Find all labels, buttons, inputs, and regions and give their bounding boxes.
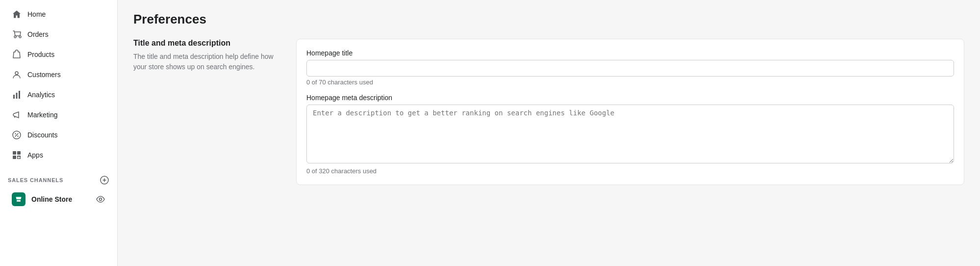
orders-icon: [12, 29, 22, 39]
customers-icon: [12, 70, 22, 80]
sales-channels-label: SALES CHANNELS: [8, 177, 63, 183]
sidebar: Home Orders Products: [0, 0, 118, 266]
sidebar-item-products-label: Products: [27, 51, 54, 58]
section-description: Title and meta description The title and…: [133, 39, 280, 185]
homepage-title-label: Homepage title: [306, 49, 954, 57]
svg-point-11: [100, 198, 102, 201]
sidebar-nav: Home Orders Products: [0, 0, 117, 169]
svg-point-0: [15, 72, 18, 75]
sidebar-item-marketing[interactable]: Marketing: [4, 105, 113, 125]
online-store-visibility-icon[interactable]: [96, 194, 105, 204]
sidebar-item-apps-label: Apps: [27, 151, 43, 159]
apps-icon: [12, 150, 22, 160]
discounts-icon: [12, 130, 22, 140]
sidebar-item-customers[interactable]: Customers: [4, 65, 113, 84]
homepage-meta-field: Homepage meta description 0 of 320 chara…: [306, 94, 954, 175]
online-store-label: Online Store: [31, 195, 72, 203]
home-icon: [12, 9, 22, 19]
sidebar-item-analytics[interactable]: Analytics: [4, 85, 113, 105]
sidebar-item-discounts[interactable]: Discounts: [4, 125, 113, 145]
analytics-icon: [12, 90, 22, 100]
sidebar-item-home-label: Home: [27, 10, 46, 18]
homepage-title-input[interactable]: [306, 60, 954, 77]
products-icon: [12, 50, 22, 59]
sidebar-item-home[interactable]: Home: [4, 4, 113, 24]
main-content: Preferences Title and meta description T…: [118, 0, 980, 266]
sidebar-item-online-store[interactable]: Online Store: [4, 187, 113, 211]
content-row: Title and meta description The title and…: [133, 39, 964, 185]
online-store-right: Online Store: [31, 194, 105, 204]
marketing-icon: [12, 110, 22, 120]
page-title: Preferences: [133, 12, 964, 27]
sidebar-item-orders-label: Orders: [27, 30, 49, 38]
svg-rect-3: [19, 91, 20, 99]
homepage-meta-label: Homepage meta description: [306, 94, 954, 102]
add-sales-channel-icon[interactable]: [100, 175, 109, 185]
svg-rect-2: [16, 93, 18, 99]
sidebar-item-analytics-label: Analytics: [27, 91, 55, 99]
homepage-title-field: Homepage title 0 of 70 characters used: [306, 49, 954, 86]
sidebar-item-products[interactable]: Products: [4, 45, 113, 64]
homepage-meta-char-count: 0 of 320 characters used: [306, 167, 954, 175]
preferences-card: Homepage title 0 of 70 characters used H…: [296, 39, 964, 185]
svg-rect-6: [17, 151, 21, 155]
section-title: Title and meta description: [133, 39, 280, 48]
sales-channels-section: SALES CHANNELS: [0, 169, 117, 187]
svg-rect-7: [13, 156, 16, 159]
homepage-title-char-count: 0 of 70 characters used: [306, 79, 954, 86]
homepage-meta-textarea[interactable]: [306, 105, 954, 163]
sidebar-item-apps[interactable]: Apps: [4, 145, 113, 165]
sidebar-item-discounts-label: Discounts: [27, 131, 57, 139]
sidebar-item-marketing-label: Marketing: [27, 111, 57, 119]
online-store-icon: [12, 192, 25, 206]
sidebar-item-customers-label: Customers: [27, 71, 61, 79]
svg-rect-1: [13, 95, 15, 99]
svg-rect-10: [17, 200, 21, 202]
svg-rect-5: [13, 151, 16, 155]
sidebar-item-orders[interactable]: Orders: [4, 25, 113, 44]
section-desc: The title and meta description help defi…: [133, 52, 280, 72]
